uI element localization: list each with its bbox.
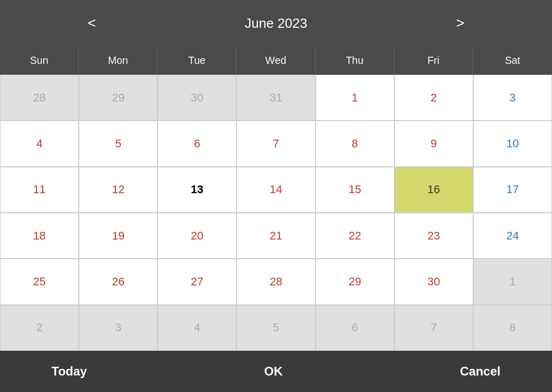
day-cell[interactable]: 24 [473,213,552,259]
day-cell[interactable]: 2 [394,75,473,121]
day-cell[interactable]: 7 [236,121,315,166]
day-cell[interactable]: 1 [473,259,552,304]
day-cell[interactable]: 30 [158,75,236,121]
day-cell[interactable]: 2 [0,305,79,351]
next-month-button[interactable]: > [446,11,475,36]
day-cell[interactable]: 28 [236,259,315,304]
weekday-header-wed: Wed [236,46,315,75]
day-cell[interactable]: 3 [473,75,552,121]
day-cell[interactable]: 13 [158,167,236,213]
day-cell[interactable]: 28 [0,75,79,121]
today-button[interactable]: Today [41,359,97,384]
day-cell[interactable]: 7 [394,305,473,351]
day-cell[interactable]: 4 [0,121,79,166]
day-cell[interactable]: 27 [158,259,236,304]
days-grid: 2829303112345678910111213141516171819202… [0,75,552,351]
day-cell[interactable]: 29 [79,75,158,121]
day-cell[interactable]: 9 [394,121,473,166]
day-cell[interactable]: 8 [316,121,394,166]
calendar-footer: Today OK Cancel [0,351,552,392]
calendar: < June 2023 > SunMonTueWedThuFriSat 2829… [0,0,552,392]
weekday-header-thu: Thu [316,46,394,75]
day-cell[interactable]: 3 [79,305,158,351]
day-cell[interactable]: 5 [79,121,158,166]
cancel-button[interactable]: Cancel [450,359,511,384]
day-cell[interactable]: 8 [473,305,552,351]
day-cell[interactable]: 25 [0,259,79,304]
day-cell[interactable]: 30 [394,259,473,304]
day-cell[interactable]: 23 [394,213,473,259]
weekday-header-sat: Sat [473,46,552,75]
weekday-header-sun: Sun [0,46,79,75]
day-cell[interactable]: 1 [316,75,394,121]
day-cell[interactable]: 31 [236,75,315,121]
day-cell[interactable]: 6 [158,121,236,166]
day-cell[interactable]: 19 [79,213,158,259]
day-cell[interactable]: 29 [316,259,394,304]
day-cell[interactable]: 15 [316,167,394,213]
weekday-header-tue: Tue [158,46,236,75]
ok-button[interactable]: OK [254,359,293,384]
day-cell[interactable]: 20 [158,213,236,259]
day-cell[interactable]: 12 [79,167,158,213]
day-cell[interactable]: 18 [0,213,79,259]
day-cell[interactable]: 11 [0,167,79,213]
day-cell[interactable]: 6 [316,305,394,351]
day-cell[interactable]: 14 [236,167,315,213]
day-cell[interactable]: 26 [79,259,158,304]
day-cell[interactable]: 16 [394,167,473,213]
day-cell[interactable]: 5 [236,305,315,351]
calendar-header: < June 2023 > [0,0,552,46]
month-title: June 2023 [245,15,307,31]
prev-month-button[interactable]: < [77,11,106,36]
day-cell[interactable]: 17 [473,167,552,213]
day-cell[interactable]: 21 [236,213,315,259]
day-cell[interactable]: 4 [158,305,236,351]
weekday-header-mon: Mon [79,46,158,75]
calendar-body: SunMonTueWedThuFriSat 282930311234567891… [0,46,552,351]
day-cell[interactable]: 22 [316,213,394,259]
day-cell[interactable]: 10 [473,121,552,166]
weekday-header-fri: Fri [394,46,473,75]
weekdays-row: SunMonTueWedThuFriSat [0,46,552,75]
